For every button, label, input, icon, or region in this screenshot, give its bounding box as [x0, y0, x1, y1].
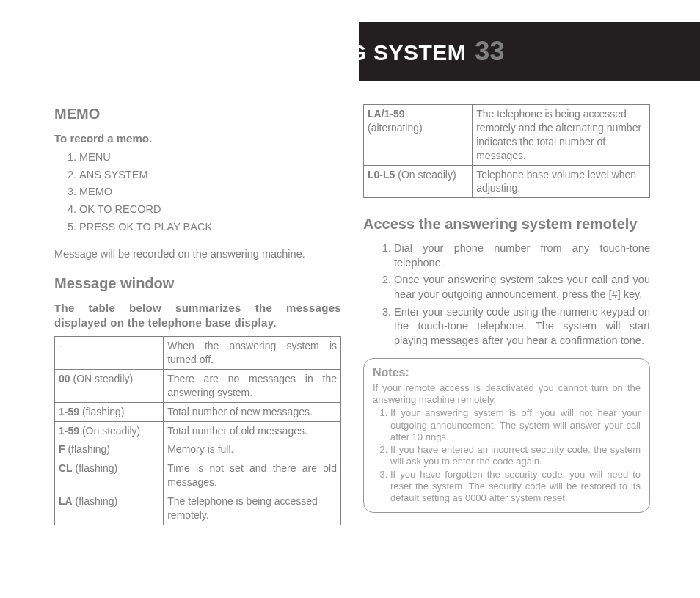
msgwin-table-2: LA/1-59(alternating)The telephone is bei… — [363, 104, 650, 198]
left-column: MEMO To record a memo. MENU ANS SYSTEM M… — [54, 104, 341, 525]
list-item: Enter your security code using the numer… — [394, 305, 650, 349]
desc-cell: Time is not set and there are old messag… — [164, 459, 341, 492]
code-cell: LA — [59, 495, 73, 507]
code-cell: CL — [59, 462, 73, 474]
desc-cell: The telephone is being accessed remotely… — [473, 105, 650, 166]
table-row: 00 (ON steadily)There are no messages in… — [55, 369, 341, 402]
notes-list: If your answering system is off, you wil… — [373, 407, 641, 504]
table-row: -When the answering system is turned off… — [55, 337, 341, 370]
desc-cell: There are no messages in the answering s… — [164, 369, 341, 402]
list-item: Dial your phone number from any touch-to… — [394, 241, 650, 270]
list-item: MENU — [79, 150, 341, 165]
msgwin-subhead: The table below summarizes the messages … — [54, 301, 341, 331]
list-item: PRESS OK TO PLAY BACK — [79, 220, 341, 235]
code-cell: F — [59, 443, 65, 455]
code-cell: 1-59 — [59, 406, 79, 417]
content-area: MEMO To record a memo. MENU ANS SYSTEM M… — [0, 81, 700, 525]
right-column: LA/1-59(alternating)The telephone is bei… — [363, 104, 650, 525]
msgwin-table: -When the answering system is turned off… — [54, 336, 341, 525]
list-item: OK TO RECORD — [79, 203, 341, 217]
section-title: ANSWERING SYSTEM — [227, 38, 466, 68]
notes-box: Notes: If your remote access is deactiva… — [363, 358, 650, 513]
list-item: ANS SYSTEM — [79, 168, 341, 183]
list-item: MEMO — [79, 185, 341, 200]
notes-intro: If your remote access is deactivated you… — [373, 382, 641, 406]
table-row: LA (flashing)The telephone is being acce… — [55, 492, 341, 525]
memo-heading: MEMO — [54, 104, 341, 124]
table-row: F (flashing)Memory is full. — [55, 440, 341, 459]
access-steps: Dial your phone number from any touch-to… — [363, 241, 650, 348]
desc-cell: Total number of old messages. — [164, 421, 341, 440]
memo-steps: MENU ANS SYSTEM MEMO OK TO RECORD PRESS … — [54, 150, 341, 234]
list-item: If you have entered an incorrect securit… — [390, 444, 641, 468]
desc-cell: When the answering system is turned off. — [164, 337, 341, 370]
table-row: LA/1-59(alternating)The telephone is bei… — [364, 105, 650, 166]
desc-cell: Telephone base volume level when adjusti… — [473, 165, 650, 198]
access-heading: Access the answering system remotely — [363, 214, 650, 234]
list-item: Once your answering system takes your ca… — [394, 273, 650, 302]
table-row: L0-L5 (On steadily)Telephone base volume… — [364, 165, 650, 198]
code-cell: - — [59, 340, 62, 351]
memo-note: Message will be recorded on the answerin… — [54, 247, 341, 262]
table-row: 1-59 (flashing)Total number of new messa… — [55, 402, 341, 421]
code-cell: 00 — [59, 373, 70, 384]
list-item: If your answering system is off, you wil… — [390, 407, 641, 443]
code-cell: L0-L5 — [368, 169, 395, 181]
notes-title: Notes: — [373, 365, 641, 381]
memo-subhead: To record a memo. — [54, 131, 341, 146]
table-row: 1-59 (On steadily)Total number of old me… — [55, 421, 341, 440]
page-number: 33 — [475, 34, 504, 70]
code-cell: 1-59 — [59, 425, 79, 437]
table-row: CL (flashing)Time is not set and there a… — [55, 459, 341, 492]
list-item: If you have forgotten the security code,… — [390, 469, 641, 505]
code-cell: LA/1-59 — [368, 108, 405, 120]
desc-cell: Memory is full. — [164, 440, 341, 459]
msgwin-heading: Message window — [54, 274, 341, 293]
page-header: ANSWERING SYSTEM 33 — [0, 22, 700, 81]
desc-cell: The telephone is being accessed remotely… — [164, 492, 341, 525]
desc-cell: Total number of new messages. — [164, 402, 341, 421]
